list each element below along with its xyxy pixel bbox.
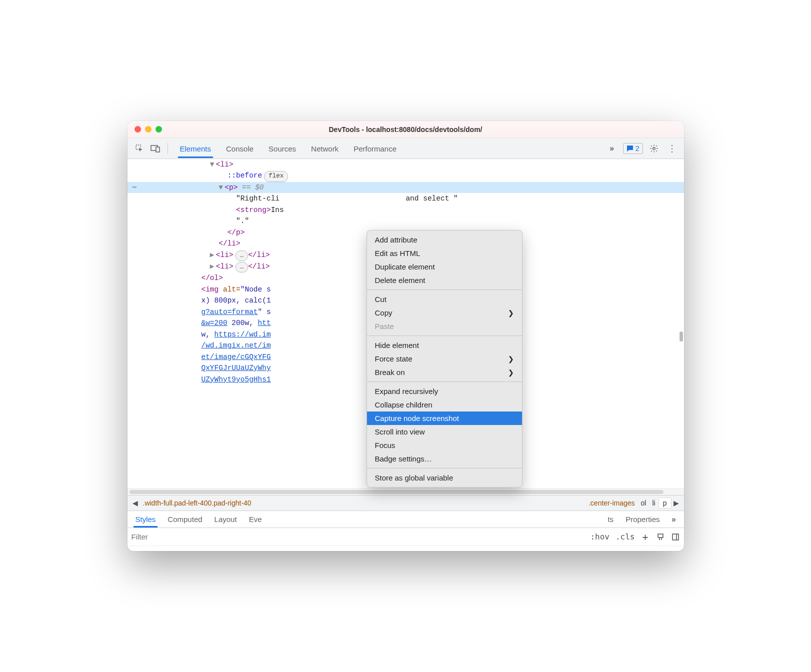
issues-count: 2 [636, 144, 640, 152]
more-subtabs-icon[interactable]: » [667, 512, 681, 526]
subtab-unknown[interactable]: ts [602, 512, 618, 526]
dom-line[interactable]: "." [128, 216, 684, 226]
dom-selected-row[interactable]: ▼<p> == $0 [128, 182, 684, 193]
styles-pane [128, 546, 684, 551]
cm-copy[interactable]: Copy❯ [367, 306, 522, 320]
styles-filter-input[interactable] [132, 532, 586, 541]
subtab-computed[interactable]: Computed [162, 512, 207, 526]
inspect-element-icon[interactable] [132, 142, 146, 156]
kebab-menu-icon[interactable]: ⋮ [665, 142, 679, 156]
cm-cut[interactable]: Cut [367, 292, 522, 306]
breadcrumb-item[interactable]: .center-images [586, 499, 638, 507]
cm-separator [367, 468, 522, 468]
window-title: DevTools - localhost:8080/docs/devtools/… [128, 126, 684, 134]
horizontal-scrollbar-thumb[interactable] [130, 490, 664, 494]
tab-sources[interactable]: Sources [262, 140, 303, 157]
vertical-scrollbar[interactable] [680, 332, 683, 342]
tab-elements[interactable]: Elements [173, 140, 218, 157]
cm-separator [367, 290, 522, 290]
breadcrumb-prev-icon[interactable]: ◀ [130, 499, 140, 507]
cm-break-on[interactable]: Break on❯ [367, 366, 522, 379]
svg-point-3 [652, 147, 655, 150]
ellipsis-badge[interactable]: … [236, 262, 248, 272]
cm-paste: Paste [367, 320, 522, 333]
cls-toggle[interactable]: .cls [616, 532, 635, 542]
chevron-right-icon: ❯ [508, 309, 514, 317]
styles-subtabs: Styles Computed Layout Eve ts Properties… [128, 511, 684, 528]
breadcrumb-item[interactable]: li [649, 499, 658, 507]
subtab-styles[interactable]: Styles [130, 512, 161, 526]
cm-duplicate-element[interactable]: Duplicate element [367, 260, 522, 274]
cm-expand-recursively[interactable]: Expand recursively [367, 384, 522, 398]
breadcrumb-next-icon[interactable]: ▶ [672, 499, 681, 507]
cm-collapse-children[interactable]: Collapse children [367, 398, 522, 412]
styles-filter-row: :hov .cls + [128, 528, 684, 546]
svg-rect-2 [156, 147, 160, 152]
cm-focus[interactable]: Focus [367, 438, 522, 452]
device-toggle-icon[interactable] [148, 142, 162, 156]
toolbar-right: » 2 ⋮ [605, 142, 679, 156]
traffic-lights [134, 126, 162, 132]
chevron-right-icon: ❯ [508, 355, 514, 363]
cm-force-state[interactable]: Force state❯ [367, 352, 522, 366]
tab-network[interactable]: Network [304, 140, 346, 157]
subtab-layout[interactable]: Layout [210, 512, 242, 526]
horizontal-scrollbar-track[interactable] [128, 488, 684, 495]
tab-performance[interactable]: Performance [346, 140, 404, 157]
cm-separator [367, 382, 522, 382]
svg-rect-5 [672, 534, 678, 540]
cm-badge-settings[interactable]: Badge settings… [367, 452, 522, 466]
tab-console[interactable]: Console [219, 140, 260, 157]
cm-separator [367, 336, 522, 336]
minimize-window-button[interactable] [145, 126, 152, 132]
styles-filter-tools: :hov .cls + [590, 532, 680, 542]
breadcrumb-current[interactable]: p [658, 498, 672, 508]
cm-add-attribute[interactable]: Add attribute [367, 233, 522, 246]
breadcrumb-item[interactable]: .width-full.pad-left-400.pad-right-40 [140, 499, 254, 507]
main-toolbar: Elements Console Sources Network Perform… [128, 138, 684, 159]
dom-line[interactable]: <strong>Ins [128, 204, 684, 216]
breadcrumb-bar: ◀ .width-full.pad-left-400.pad-right-40 … [128, 495, 684, 511]
hov-toggle[interactable]: :hov [590, 532, 610, 542]
brush-icon[interactable] [656, 532, 665, 542]
context-menu: Add attribute Edit as HTML Duplicate ele… [366, 230, 522, 488]
computed-panel-icon[interactable] [671, 532, 680, 542]
breadcrumb-item[interactable]: ol [638, 499, 650, 507]
panel-tabs: Elements Console Sources Network Perform… [173, 140, 404, 157]
issues-badge[interactable]: 2 [623, 143, 643, 154]
close-window-button[interactable] [134, 126, 141, 132]
dom-line[interactable]: ▼<li> [128, 159, 684, 170]
cm-scroll-into-view[interactable]: Scroll into view [367, 425, 522, 438]
new-style-rule-icon[interactable]: + [641, 532, 650, 542]
titlebar: DevTools - localhost:8080/docs/devtools/… [128, 121, 684, 138]
dom-line[interactable]: ::beforeflex [128, 170, 684, 182]
maximize-window-button[interactable] [156, 126, 162, 132]
more-tabs-button[interactable]: » [605, 142, 619, 156]
cm-store-as-global[interactable]: Store as global variable [367, 471, 522, 484]
cm-edit-as-html[interactable]: Edit as HTML [367, 246, 522, 260]
cm-capture-node-screenshot[interactable]: Capture node screenshot [367, 412, 522, 425]
settings-icon[interactable] [647, 142, 661, 156]
ellipsis-badge[interactable]: … [236, 250, 248, 261]
cm-delete-element[interactable]: Delete element [367, 274, 522, 287]
chat-icon [626, 145, 634, 152]
devtools-window: DevTools - localhost:8080/docs/devtools/… [128, 121, 684, 551]
subtab-properties[interactable]: Properties [620, 512, 664, 526]
dom-line[interactable]: "Right-cli and select " [128, 193, 684, 204]
svg-rect-4 [658, 534, 663, 538]
chevron-right-icon: ❯ [508, 368, 514, 376]
flex-badge[interactable]: flex [264, 171, 288, 182]
cm-hide-element[interactable]: Hide element [367, 338, 522, 352]
toolbar-separator [168, 143, 168, 154]
subtab-event-listeners[interactable]: Eve [244, 512, 267, 526]
